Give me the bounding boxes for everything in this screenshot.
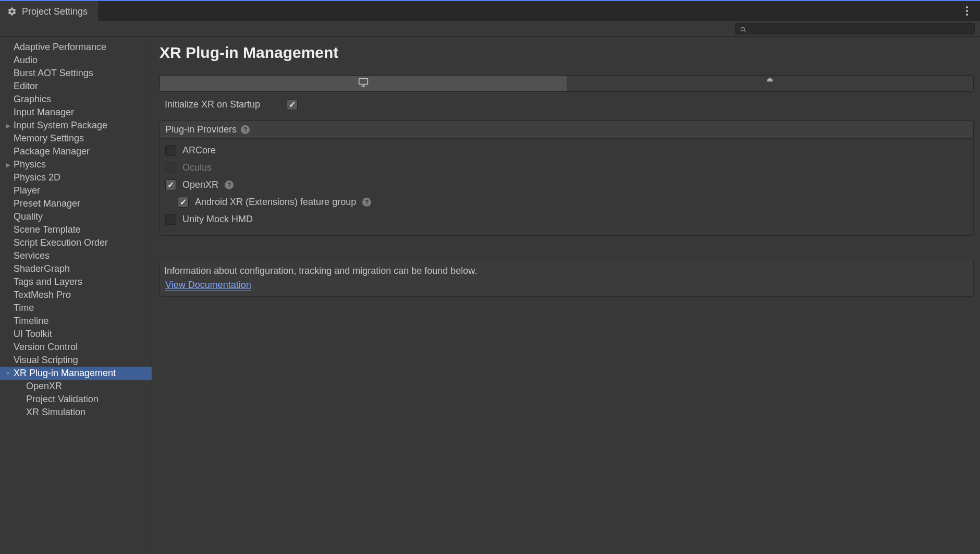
providers-header: Plug-in Providers ? — [160, 121, 973, 139]
sidebar-item-timeline[interactable]: ▶Timeline — [0, 315, 152, 328]
sidebar-item-memory-settings[interactable]: ▶Memory Settings — [0, 132, 152, 145]
sidebar-item-label: XR Plug-in Management — [14, 368, 116, 379]
checkbox-initialize-xr[interactable] — [287, 99, 298, 110]
sidebar-item-label: Timeline — [14, 316, 48, 327]
sidebar-item-label: Version Control — [14, 342, 78, 353]
sidebar-item-label: Input System Package — [14, 120, 107, 131]
sidebar-item-shadergraph[interactable]: ▶ShaderGraph — [0, 262, 152, 275]
provider-row-openxr: OpenXR? — [165, 176, 968, 194]
sidebar-item-label: Services — [14, 250, 50, 261]
checkbox-oculus — [165, 162, 176, 173]
sidebar-item-quality[interactable]: ▶Quality — [0, 210, 152, 223]
sidebar-item-scene-template[interactable]: ▶Scene Template — [0, 223, 152, 236]
sidebar-item-label: Visual Scripting — [14, 355, 78, 366]
provider-row-arcore: ARCore — [165, 142, 968, 159]
tab-project-settings[interactable]: Project Settings — [0, 1, 98, 21]
sidebar-item-physics-2d[interactable]: ▶Physics 2D — [0, 171, 152, 184]
content-area: XR Plug-in Management Initialize XR on S… — [152, 37, 980, 554]
sidebar-item-preset-manager[interactable]: ▶Preset Manager — [0, 197, 152, 210]
sidebar-item-label: ShaderGraph — [14, 263, 70, 274]
checkbox-openxr[interactable] — [165, 179, 176, 190]
setting-label: Initialize XR on Startup — [165, 99, 287, 110]
sidebar-item-audio[interactable]: ▶Audio — [0, 54, 152, 67]
svg-rect-2 — [359, 78, 368, 84]
providers-panel: Plug-in Providers ? ARCoreOculusOpenXR?A… — [160, 121, 974, 236]
sidebar-item-label: Input Manager — [14, 107, 74, 118]
sidebar-item-label: Audio — [14, 55, 38, 66]
checkbox-android-xr-extensions-feature-group[interactable] — [178, 197, 189, 208]
sidebar-item-label: Scene Template — [14, 224, 81, 235]
svg-line-1 — [744, 30, 745, 32]
sidebar-item-label: Project Validation — [26, 394, 99, 405]
sidebar: ▶Adaptive Performance▶Audio▶Burst AOT Se… — [0, 37, 152, 554]
sidebar-item-textmesh-pro[interactable]: ▶TextMesh Pro — [0, 288, 152, 302]
help-icon[interactable]: ? — [241, 125, 250, 134]
gear-icon — [7, 7, 17, 16]
providers-header-label: Plug-in Providers — [165, 124, 237, 135]
search-icon — [740, 25, 747, 32]
sidebar-item-physics[interactable]: ▶Physics — [0, 158, 152, 171]
sidebar-item-label: Physics 2D — [14, 172, 60, 183]
sidebar-item-label: Script Execution Order — [14, 237, 108, 248]
sidebar-item-label: Editor — [14, 81, 38, 92]
sidebar-item-openxr[interactable]: OpenXR — [0, 380, 152, 393]
sidebar-item-services[interactable]: ▶Services — [0, 249, 152, 262]
sidebar-item-editor[interactable]: ▶Editor — [0, 80, 152, 93]
sidebar-item-ui-toolkit[interactable]: ▶UI Toolkit — [0, 328, 152, 341]
sidebar-item-label: Memory Settings — [14, 133, 84, 144]
provider-label: Android XR (Extensions) feature group — [195, 197, 356, 208]
sidebar-item-label: UI Toolkit — [14, 329, 52, 340]
provider-row-android-xr-extensions-feature-group: Android XR (Extensions) feature group? — [165, 194, 968, 211]
sidebar-item-visual-scripting[interactable]: ▶Visual Scripting — [0, 354, 152, 367]
sidebar-item-graphics[interactable]: ▶Graphics — [0, 93, 152, 106]
sidebar-item-tags-and-layers[interactable]: ▶Tags and Layers — [0, 275, 152, 288]
sidebar-item-xr-plug-in-management[interactable]: ▼XR Plug-in Management — [0, 367, 152, 380]
platform-tab-android[interactable] — [567, 76, 973, 91]
toolbar — [0, 21, 980, 37]
svg-point-0 — [741, 27, 744, 31]
sidebar-item-player[interactable]: ▶Player — [0, 184, 152, 197]
titlebar: Project Settings — [0, 0, 980, 21]
platform-tabs — [160, 75, 974, 92]
checkbox-unity-mock-hmd[interactable] — [165, 214, 176, 225]
sidebar-item-time[interactable]: ▶Time — [0, 302, 152, 315]
help-icon[interactable]: ? — [362, 198, 371, 207]
sidebar-item-label: Package Manager — [14, 146, 90, 157]
search-box[interactable] — [735, 23, 975, 34]
setting-initialize-xr: Initialize XR on Startup — [160, 99, 974, 110]
provider-label: ARCore — [182, 145, 216, 156]
sidebar-item-label: Player — [14, 185, 40, 196]
search-input[interactable] — [750, 25, 970, 32]
sidebar-item-label: Quality — [14, 211, 43, 222]
provider-row-unity-mock-hmd: Unity Mock HMD — [165, 211, 968, 228]
chevron-right-icon: ▶ — [4, 161, 11, 168]
sidebar-item-label: Physics — [14, 159, 46, 170]
page-title: XR Plug-in Management — [160, 44, 974, 62]
checkbox-arcore[interactable] — [165, 145, 176, 156]
provider-row-oculus: Oculus — [165, 159, 968, 176]
tab-title: Project Settings — [22, 6, 88, 17]
info-text: Information about configuration, trackin… — [160, 264, 973, 278]
sidebar-item-version-control[interactable]: ▶Version Control — [0, 341, 152, 354]
sidebar-item-package-manager[interactable]: ▶Package Manager — [0, 145, 152, 158]
sidebar-item-input-system-package[interactable]: ▶Input System Package — [0, 119, 152, 132]
monitor-icon — [358, 77, 369, 91]
sidebar-item-project-validation[interactable]: Project Validation — [0, 393, 152, 406]
sidebar-item-adaptive-performance[interactable]: ▶Adaptive Performance — [0, 41, 152, 54]
help-icon[interactable]: ? — [225, 180, 234, 189]
chevron-right-icon: ▶ — [4, 122, 11, 129]
sidebar-item-burst-aot-settings[interactable]: ▶Burst AOT Settings — [0, 67, 152, 80]
sidebar-item-label: Graphics — [14, 94, 51, 105]
provider-label: Oculus — [182, 162, 212, 173]
sidebar-item-script-execution-order[interactable]: ▶Script Execution Order — [0, 236, 152, 249]
android-icon — [764, 77, 776, 91]
more-menu-icon[interactable] — [962, 6, 972, 16]
sidebar-item-label: TextMesh Pro — [14, 290, 71, 300]
sidebar-item-xr-simulation[interactable]: XR Simulation — [0, 406, 152, 419]
provider-label: OpenXR — [182, 179, 218, 190]
sidebar-item-label: Burst AOT Settings — [14, 68, 93, 79]
platform-tab-desktop[interactable] — [160, 76, 567, 91]
view-documentation-link[interactable]: View Documentation — [165, 280, 251, 291]
sidebar-item-input-manager[interactable]: ▶Input Manager — [0, 106, 152, 119]
sidebar-item-label: Adaptive Performance — [14, 42, 106, 53]
